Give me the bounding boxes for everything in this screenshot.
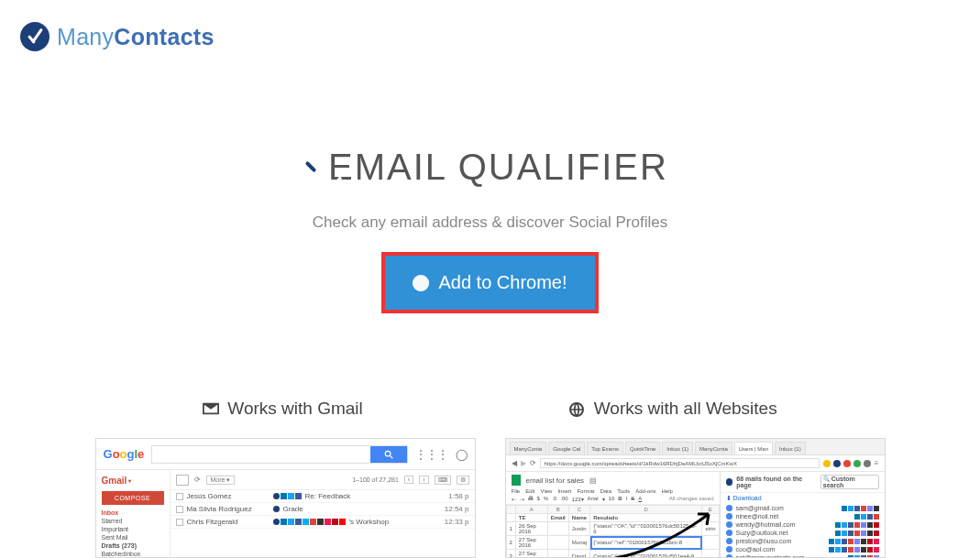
apps-grid-icon[interactable]: ⋮⋮⋮ — [415, 448, 448, 461]
demo-screenshots: Google ⋮⋮⋮ ◯ Gmail ▾ COMPOSE Inbox Starr… — [0, 438, 980, 558]
browser-tab[interactable]: ManyConta — [695, 442, 732, 454]
google-sheet: email list for sales ▤ FileEditViewInser… — [506, 472, 720, 557]
next-page-button[interactable]: › — [419, 476, 428, 484]
cta-label: Add to Chrome! — [438, 272, 567, 293]
sheet-title: email list for sales — [526, 476, 585, 485]
social-icons — [273, 519, 346, 525]
input-tools-icon[interactable]: ⌨ — [435, 476, 451, 485]
panel-email-row[interactable]: coo@aol.com — [721, 545, 885, 553]
social-icons — [835, 531, 879, 536]
download-link[interactable]: ⬇ Download — [721, 493, 885, 504]
works-with-gmail: Works with Gmail — [203, 399, 362, 419]
prev-page-button[interactable]: ‹ — [404, 476, 413, 484]
sheet-menu-item[interactable]: File — [512, 488, 521, 494]
svg-line-2 — [390, 455, 392, 458]
cta-highlight-border: Add to Chrome! — [381, 252, 598, 313]
brand[interactable]: ManyContacts — [20, 22, 215, 51]
panel-email-row[interactable]: preston@busu.com — [721, 537, 885, 545]
compose-button[interactable]: COMPOSE — [102, 491, 164, 505]
row-checkbox[interactable] — [176, 493, 183, 500]
sheet-menu-item[interactable]: Insert — [557, 488, 571, 494]
sheet-grid[interactable]: ABCDETEEmailNameResulado126 Sep 2016Just… — [506, 505, 720, 558]
brand-logo-icon — [726, 478, 733, 486]
contact-icon — [726, 513, 732, 520]
panel-email-row[interactable]: sam@gmail.com — [721, 504, 885, 512]
gmail-message-row[interactable]: Jesús GómezRe: Feedback1:58 p — [171, 490, 475, 503]
folder-drafts[interactable]: Drafts (273) — [102, 542, 164, 550]
sheet-menu-item[interactable]: View — [541, 488, 553, 494]
folder-sent[interactable]: Sent Mail — [102, 533, 164, 542]
folder-batched[interactable]: BatchedInbox — [102, 550, 164, 558]
panel-email-row[interactable]: pat@manycontacts.com — [721, 553, 885, 558]
email-address: ninee@noil.net — [736, 513, 851, 520]
notifications-icon[interactable]: ◯ — [456, 448, 468, 461]
folder-starred[interactable]: Starred — [102, 517, 164, 525]
refresh-icon[interactable]: ⟳ — [194, 476, 201, 484]
sender-name: Ma Silvia Rodriguez — [187, 505, 270, 513]
ext-icon[interactable] — [853, 460, 861, 467]
browser-tab[interactable]: QuickTime — [625, 442, 660, 454]
gmail-search-input[interactable] — [151, 445, 407, 464]
browser-tab[interactable]: Users | Man — [734, 442, 773, 454]
folder-icon[interactable]: ▤ — [589, 476, 597, 485]
more-menu[interactable]: More ▾ — [206, 476, 236, 485]
ext-icon[interactable] — [864, 460, 871, 467]
nav-fwd-icon[interactable]: ▶ — [521, 459, 526, 467]
subject: Grade — [283, 505, 441, 513]
globe-icon — [569, 402, 586, 415]
brand-suffix: Contacts — [114, 24, 214, 49]
row-checkbox[interactable] — [176, 519, 183, 526]
works-with-websites: Works with all Websites — [569, 399, 777, 419]
browser-tab[interactable]: ManyConta — [510, 442, 547, 454]
email-address: sam@gmail.com — [736, 505, 838, 511]
works-with-row: Works with Gmail Works with all Websites — [0, 399, 980, 419]
works-websites-label: Works with all Websites — [594, 399, 777, 419]
envelope-icon — [203, 402, 219, 415]
sheet-menu-item[interactable]: Format — [577, 488, 594, 494]
sheet-menu-item[interactable]: Add-ons — [635, 488, 655, 494]
gmail-message-row[interactable]: Ma Silvia RodriguezGrade12:54 p — [171, 503, 475, 516]
search-icon[interactable] — [370, 446, 407, 463]
panel-email-row[interactable]: Suzy@outlook.net — [721, 529, 885, 537]
url-field[interactable]: https://docs.google.com/spreadsheets/d/1… — [540, 458, 820, 468]
browser-tab[interactable]: Google Cal — [548, 442, 585, 454]
sheet-menu-item[interactable]: Data — [600, 488, 611, 494]
panel-search-box[interactable]: 🔍 Custom search — [820, 475, 879, 489]
nav-back-icon[interactable]: ◀ — [512, 459, 517, 467]
folder-important[interactable]: Important — [102, 525, 164, 533]
panel-email-row[interactable]: wendy@hotmail.com — [721, 520, 885, 529]
sheets-app-icon — [512, 475, 521, 486]
gmail-message-row[interactable]: Chris Fitzgerald's Workshop12:33 p — [171, 516, 475, 529]
hero-title-row: EMAIL QUALIFIER — [78, 147, 903, 188]
sheet-menu-item[interactable]: Edit — [525, 488, 534, 494]
sheet-menu-item[interactable]: Tools — [617, 488, 630, 494]
row-checkbox[interactable] — [176, 506, 183, 513]
contact-icon — [726, 546, 732, 553]
select-all-checkbox[interactable] — [176, 475, 189, 486]
ext-icon[interactable] — [823, 460, 831, 467]
browser-tab[interactable]: Inbox (1) — [662, 442, 693, 454]
social-icons — [829, 547, 879, 553]
settings-gear-icon[interactable]: ⚙ — [457, 476, 469, 485]
contact-icon — [726, 521, 732, 528]
browser-menu-icon[interactable]: ≡ — [875, 459, 879, 467]
sheet-menu-item[interactable]: Help — [662, 488, 673, 494]
websites-screenshot: ManyContaGoogle CalTop ExamsQuickTimeInb… — [505, 438, 886, 558]
timestamp: 12:33 p — [445, 518, 469, 526]
nav-reload-icon[interactable]: ⟳ — [530, 459, 536, 467]
subject: 's Workshop — [349, 518, 441, 526]
contact-icon — [726, 505, 732, 511]
panel-email-row[interactable]: ninee@noil.net — [721, 512, 885, 520]
folder-inbox[interactable]: Inbox — [102, 509, 164, 517]
ext-icon[interactable] — [843, 460, 851, 467]
chrome-icon — [413, 275, 429, 291]
sender-name: Chris Fitzgerald — [187, 518, 270, 526]
sender-name: Jesús Gómez — [187, 492, 270, 500]
email-address: pat@manycontacts.com — [736, 554, 844, 558]
gmail-product-label: Gmail ▾ — [102, 476, 164, 486]
ext-icon[interactable] — [833, 460, 841, 467]
browser-tab[interactable]: Inbox (1) — [775, 442, 806, 454]
add-to-chrome-button[interactable]: Add to Chrome! — [385, 256, 594, 310]
extension-panel: 68 mails found on the page 🔍 Custom sear… — [720, 472, 885, 557]
browser-tab[interactable]: Top Exams — [587, 442, 623, 454]
